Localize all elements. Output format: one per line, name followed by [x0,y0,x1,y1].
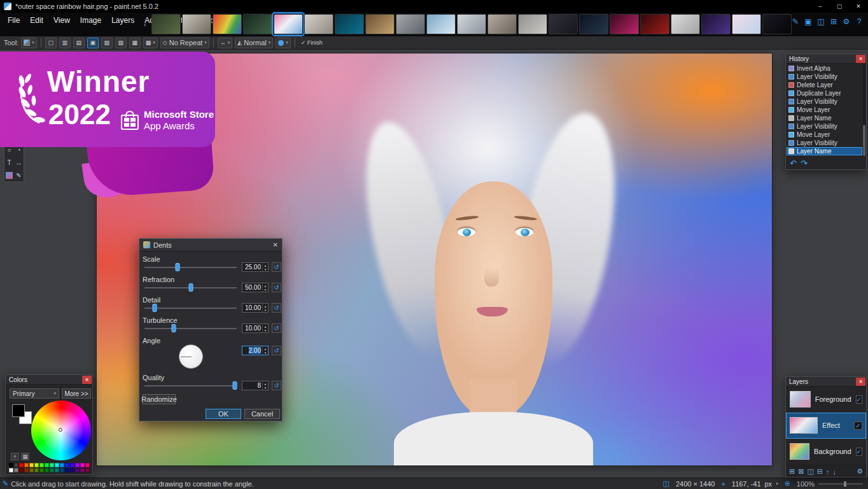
copy-icon[interactable]: ◫ [816,17,826,27]
palette-swatch[interactable] [34,468,39,472]
pencil-icon[interactable]: ✎ [790,17,801,27]
history-item[interactable]: Invert Alpha [787,64,862,73]
palette-swatch[interactable] [34,463,39,467]
palette-swatch[interactable] [50,463,54,467]
turbulence-slider-thumb[interactable] [172,324,176,332]
brush-style-button-3[interactable]: ▤ [73,38,85,48]
layer-visible-checkbox[interactable]: ✓ [856,448,862,456]
palette-swatch[interactable] [29,468,34,472]
palette-swatch[interactable] [29,463,34,467]
refraction-reset-button[interactable]: ↺ [272,283,281,292]
palette-swatch[interactable] [70,468,74,472]
brush-style-button-7[interactable]: ▦ [129,38,141,48]
more-button[interactable]: More >> [62,388,91,399]
delete-layer-icon[interactable]: ⊠ [798,467,804,476]
turbulence-slider[interactable] [144,324,237,332]
duplicate-layer-icon[interactable]: ◫ [807,467,813,476]
quality-slider[interactable] [144,381,237,390]
brush-style-button-2[interactable]: ▥ [59,38,71,48]
antialiasing-dropdown[interactable]: ▾ [276,38,291,48]
image-thumbnail[interactable] [518,14,547,34]
thumbnail-scroll-left-icon[interactable]: ‹ [144,20,146,28]
palette-swatch[interactable] [75,463,80,467]
gradient-tool-icon[interactable] [4,169,14,181]
angle-input[interactable]: 2.00▲▼ [242,346,269,355]
color-target-dropdown[interactable]: Primary ▾ [10,388,59,399]
brush-style-button-5[interactable]: ▨ [101,38,113,48]
history-item[interactable]: Duplicate Layer [787,89,862,97]
move-tool-icon[interactable]: ↔ [14,156,24,169]
menu-file[interactable]: File [3,13,25,28]
detail-slider[interactable] [144,304,237,312]
text-tool-icon[interactable]: T [4,156,14,169]
layer-visible-checkbox[interactable]: ✓ [856,395,862,404]
settings-gear-icon[interactable]: ⚙ [841,17,851,27]
layer-properties-icon[interactable]: ⚙ [857,467,863,476]
detail-input[interactable]: 10.00▲▼ [242,303,269,313]
palette-swatch[interactable] [70,463,74,467]
image-thumbnail[interactable] [151,14,181,34]
history-close-icon[interactable]: ✕ [856,55,865,63]
spinner-arrows[interactable]: ▲▼ [262,263,268,271]
layer-row-foreground[interactable]: Foreground ✓ [786,386,866,413]
unit-dropdown[interactable]: px [765,480,773,488]
cancel-button[interactable]: Cancel [244,409,280,419]
angle-reset-button[interactable]: ↺ [272,346,281,355]
history-item[interactable]: Layer Visibility [787,97,862,106]
undo-icon[interactable]: ↶ [790,159,797,168]
blend-mode-dropdown[interactable]: ◭ Normal ▾ [235,38,273,48]
image-thumbnail[interactable] [335,14,364,34]
palette-swatch[interactable] [80,463,85,467]
history-item[interactable]: Layer Visibility [787,139,862,147]
history-scrollbar[interactable] [863,64,865,156]
scale-input[interactable]: 25.00▲▼ [242,262,269,272]
brush-width-control[interactable]: ↔▾ [218,38,233,48]
detail-reset-button[interactable]: ↺ [272,303,281,313]
scale-reset-button[interactable]: ↺ [272,262,281,272]
image-thumbnail[interactable] [579,14,608,34]
palette-swatch[interactable] [14,463,18,467]
grid-icon[interactable]: ⊞ [829,17,839,27]
image-thumbnail[interactable] [487,14,517,34]
image-thumbnail[interactable] [549,14,578,34]
image-thumbnail[interactable] [701,14,731,34]
palette-swatch[interactable] [39,463,44,467]
palette-swatch[interactable] [65,468,69,472]
color-wheel[interactable] [31,400,91,460]
spinner-arrows[interactable]: ▲▼ [262,283,268,292]
palette-swatch[interactable] [85,463,90,467]
maximize-button[interactable]: ▢ [830,0,849,13]
spinner-arrows[interactable]: ▲▼ [262,381,268,390]
zoom-slider-thumb[interactable] [843,481,847,487]
palette-swatch[interactable] [85,468,90,472]
palette-swatch[interactable] [45,468,49,472]
history-item[interactable]: Layer Visibility [787,122,862,131]
detail-slider-thumb[interactable] [152,304,157,312]
palette-swatch[interactable] [75,468,80,472]
history-item[interactable]: Move Layer [787,131,862,139]
menu-view[interactable]: View [48,13,75,28]
image-thumbnail[interactable] [365,14,395,34]
fill-style-dropdown[interactable]: ▩▾ [143,38,158,48]
symmetry-dropdown[interactable]: ◇ No Repeat ▾ [160,38,209,48]
help-icon[interactable]: ? [854,17,864,27]
palette-swatch[interactable] [39,468,44,472]
image-thumbnail[interactable] [182,14,211,34]
image-thumbnail[interactable] [243,14,272,34]
dialog-close-icon[interactable]: ✕ [273,241,278,248]
palette-swatch[interactable] [45,463,49,467]
refraction-slider-thumb[interactable] [188,283,193,292]
move-layer-down-icon[interactable]: ↓ [833,468,837,476]
quality-slider-thumb[interactable] [233,381,237,390]
image-thumbnail-active[interactable] [274,14,303,34]
palette-menu-icon[interactable]: ▦ [21,453,29,460]
image-thumbnail[interactable] [457,14,486,34]
refraction-slider[interactable] [144,283,237,292]
color-picker-tool-icon[interactable]: ✎ [14,169,24,181]
palette-swatch[interactable] [50,468,54,472]
layers-close-icon[interactable]: ✕ [856,378,865,386]
merge-down-icon[interactable]: ⊟ [817,467,823,476]
history-item-selected[interactable]: Layer Name [787,147,862,155]
spinner-arrows[interactable]: ▲▼ [262,346,268,355]
colors-close-icon[interactable]: ✕ [82,376,92,384]
